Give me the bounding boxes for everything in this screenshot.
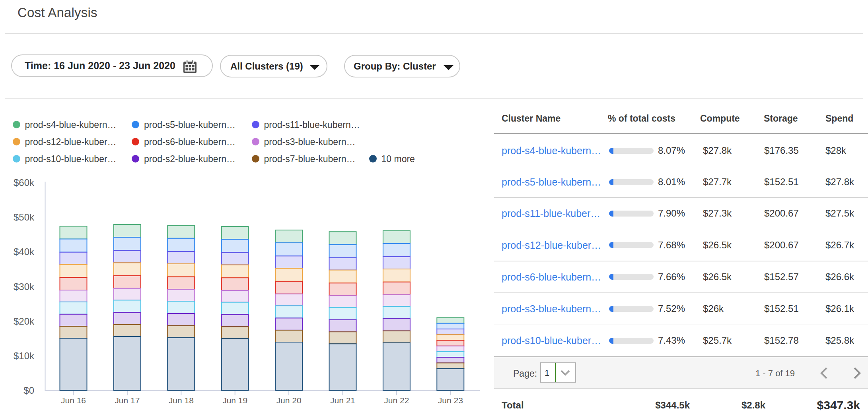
svg-text:$20k: $20k xyxy=(14,316,35,327)
svg-text:$0: $0 xyxy=(23,385,34,396)
svg-text:$60k: $60k xyxy=(14,177,35,188)
svg-text:$50k: $50k xyxy=(14,212,35,223)
svg-text:Jun 19: Jun 19 xyxy=(222,396,247,405)
svg-text:$40k: $40k xyxy=(14,246,35,257)
svg-text:Jun 20: Jun 20 xyxy=(276,396,302,405)
svg-text:Jun 21: Jun 21 xyxy=(330,396,355,405)
svg-text:Jun 23: Jun 23 xyxy=(438,396,463,405)
svg-text:$10k: $10k xyxy=(14,350,35,361)
svg-text:Jun 17: Jun 17 xyxy=(115,396,140,405)
svg-text:$30k: $30k xyxy=(14,281,35,292)
svg-text:Jun 18: Jun 18 xyxy=(169,396,194,405)
svg-text:Jun 16: Jun 16 xyxy=(61,396,86,405)
svg-text:Jun 22: Jun 22 xyxy=(384,396,409,405)
